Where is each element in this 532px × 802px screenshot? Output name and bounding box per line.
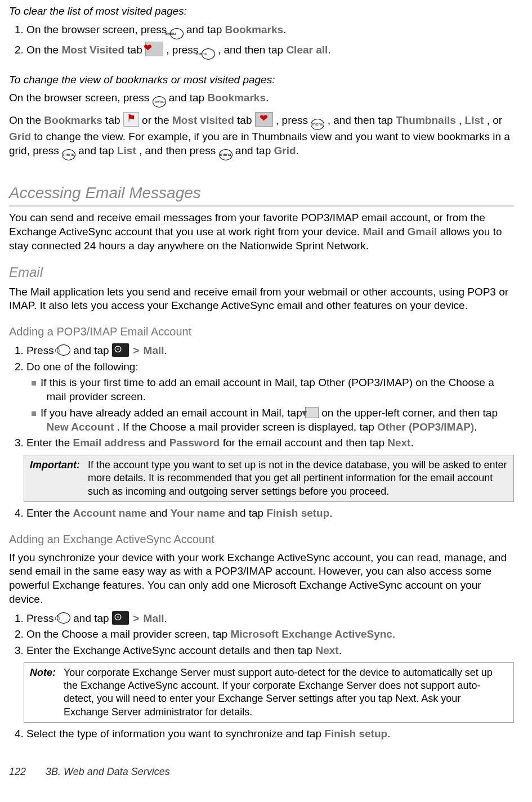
most-visited-label: Most visited	[172, 114, 234, 126]
text: .	[164, 612, 167, 624]
important-box: Important: If the account type you want …	[24, 455, 514, 502]
text: for the email account and then tap	[223, 437, 388, 449]
next-label: Next	[387, 437, 410, 449]
menu-icon: menu	[202, 48, 215, 60]
other-pop3-label: Other (POP3/IMAP)	[377, 421, 474, 433]
ex-step4: 4. Select the type of information you wa…	[15, 727, 514, 741]
text: .	[474, 421, 477, 433]
dropdown-icon	[305, 407, 319, 418]
text: 1. Press	[15, 612, 57, 624]
text: and	[150, 507, 171, 519]
next-label: Next	[315, 644, 338, 656]
exchange-paragraph: If you synchronize your device with your…	[9, 551, 514, 607]
menu-icon: menu	[311, 119, 324, 130]
pop3-step1: 1. Press and tap > Mail.	[15, 343, 514, 358]
bookmark-tab-icon	[123, 112, 139, 127]
important-text: If the account type you want to set up i…	[88, 459, 508, 498]
finish-setup-label: Finish setup	[266, 507, 329, 519]
text: , and then tap	[328, 114, 396, 126]
text: .	[392, 628, 395, 640]
menu-icon: menu	[62, 149, 75, 160]
ex-step3: 3. Enter the Exchange ActiveSync account…	[15, 644, 514, 658]
text: 4. Enter the	[15, 507, 73, 519]
text: tab	[105, 114, 123, 126]
heading-text: Accessing Email Messages	[9, 183, 514, 207]
new-account-label: New Account	[47, 421, 114, 433]
text: If you have already added an email accou…	[41, 407, 305, 419]
pop3-heading: Adding a POP3/IMAP Email Account	[9, 324, 514, 339]
section1-step2: 2. On the Most Visited tab , press menu …	[15, 42, 514, 60]
page-footer: 122 3B. Web and Data Services	[9, 765, 170, 778]
ms-exchange-label: Microsoft Exchange ActiveSync	[230, 628, 392, 640]
account-name-label: Account name	[73, 507, 147, 519]
text: .	[283, 24, 286, 35]
text: and tap	[235, 145, 274, 156]
email-address-label: Email address	[73, 437, 146, 449]
important-label: Important:	[30, 459, 88, 498]
pop3-bullet2: If you have already added an email accou…	[32, 406, 514, 434]
footer-section-title: 3B. Web and Data Services	[46, 766, 170, 777]
heart-icon	[145, 42, 163, 56]
text: 3. Enter the	[15, 437, 73, 449]
text: and	[387, 226, 408, 238]
bookmarks-label: Bookmarks	[44, 114, 102, 126]
home-icon	[57, 344, 70, 356]
mail-label: Mail	[144, 612, 164, 624]
note-text: Your corporate Exchange Server must supp…	[64, 666, 508, 719]
text: 2. On the Choose a mail provider screen,…	[15, 628, 230, 640]
text: tab	[127, 44, 145, 56]
text: tab	[237, 114, 255, 126]
access-paragraph: You can send and receive email messages …	[9, 211, 514, 253]
text: , and then tap	[218, 44, 287, 56]
apps-icon	[112, 611, 129, 625]
bullet-icon	[32, 381, 36, 386]
text: .	[329, 507, 332, 519]
text: If this is your first time to add an ema…	[41, 377, 494, 402]
ex-step1: 1. Press and tap > Mail.	[15, 611, 514, 626]
text: 4. Select the type of information you wa…	[15, 728, 324, 740]
page-number: 122	[9, 765, 43, 778]
pop3-bullet1: If this is your first time to add an ema…	[32, 376, 514, 404]
text: and tap	[78, 145, 117, 156]
menu-icon: menu	[153, 96, 166, 107]
clear-all-label: Clear all	[286, 44, 328, 56]
mail-label: Mail	[144, 344, 164, 356]
page-body: To clear the list of most visited pages:…	[0, 5, 532, 741]
home-icon	[57, 612, 70, 624]
list-label: List	[465, 114, 484, 126]
text: , press	[276, 114, 311, 126]
ex-step2: 2. On the Choose a mail provider screen,…	[15, 628, 514, 642]
most-visited-label: Most Visited	[61, 44, 124, 56]
text: 1. On the browser screen, press	[15, 24, 170, 35]
thumbnails-label: Thumbnails	[396, 114, 456, 126]
text: and tap	[73, 612, 112, 624]
pop3-step2: 2. Do one of the following:	[15, 360, 514, 374]
bookmarks-label: Bookmarks	[225, 24, 284, 35]
menu-icon: menu	[219, 149, 233, 160]
note-label: Note:	[30, 666, 64, 719]
text: 1. Press	[15, 344, 57, 356]
bullet-icon	[32, 411, 36, 416]
text: .	[339, 644, 342, 656]
section1-step1: 1. On the browser screen, press menu and…	[15, 23, 514, 39]
finish-setup-label: Finish setup	[324, 728, 387, 740]
text: 2. On the	[15, 44, 61, 56]
breadcrumb-separator: >	[132, 344, 143, 356]
accessing-email-heading: Accessing Email Messages	[9, 183, 514, 207]
list-label: List	[117, 145, 136, 156]
password-label: Password	[169, 437, 220, 449]
note-box: Note: Your corporate Exchange Server mus…	[24, 662, 514, 723]
your-name-label: Your name	[171, 507, 225, 519]
text: .	[164, 344, 167, 356]
grid-label: Grid	[9, 131, 31, 142]
text: ,	[459, 114, 465, 126]
text: , or	[487, 114, 502, 126]
text: , and then press	[139, 145, 219, 156]
text: on the upper-left corner, and then tap	[321, 407, 498, 419]
gmail-label: Gmail	[408, 226, 437, 238]
section1-title: To clear the list of most visited pages:	[9, 5, 514, 19]
text: and tap	[186, 24, 225, 35]
text: and tap	[228, 507, 267, 519]
text: and tap	[169, 92, 208, 104]
heart-icon	[255, 112, 273, 127]
